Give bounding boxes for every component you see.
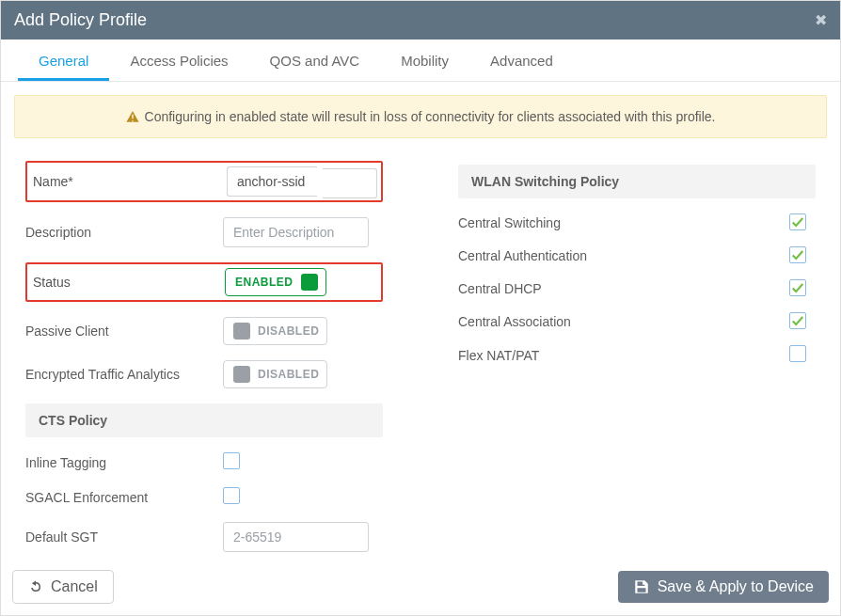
eta-toggle[interactable]: DISABLED (223, 360, 327, 388)
row-default-sgt: Default SGT (25, 522, 383, 552)
central-dhcp-checkbox[interactable] (789, 279, 806, 296)
tab-access-policies[interactable]: Access Policies (109, 39, 248, 81)
flex-nat-pat-checkbox[interactable] (789, 345, 806, 362)
row-sgacl: SGACL Enforcement (25, 487, 383, 507)
warning-text: Configuring in enabled state will result… (145, 109, 716, 124)
central-switching-label: Central Switching (458, 215, 665, 230)
central-association-checkbox[interactable] (789, 312, 806, 329)
row-inline-tagging: Inline Tagging (25, 452, 383, 472)
central-authentication-checkbox[interactable] (789, 246, 806, 263)
save-apply-button[interactable]: Save & Apply to Device (618, 571, 829, 603)
tabs: General Access Policies QOS and AVC Mobi… (1, 39, 840, 82)
central-association-label: Central Association (458, 314, 665, 329)
cancel-button-label: Cancel (51, 578, 98, 595)
central-authentication-label: Central Authentication (458, 248, 665, 263)
row-central-authentication: Central Authentication (458, 246, 816, 264)
sgacl-label: SGACL Enforcement (25, 490, 223, 505)
eta-label: Encrypted Traffic Analytics (25, 367, 223, 382)
save-icon (633, 578, 650, 595)
save-apply-button-label: Save & Apply to Device (658, 578, 814, 595)
undo-icon (28, 579, 43, 594)
tab-advanced[interactable]: Advanced (469, 39, 574, 81)
passive-client-toggle[interactable]: DISABLED (223, 317, 327, 345)
highlight-status: Status ENABLED (25, 262, 383, 302)
central-switching-checkbox[interactable] (789, 213, 806, 230)
wlan-switching-header: WLAN Switching Policy (458, 165, 816, 198)
central-dhcp-label: Central DHCP (458, 281, 665, 296)
titlebar: Add Policy Profile ✖ (1, 1, 840, 39)
body: Configuring in enabled state will result… (1, 82, 840, 561)
passive-client-toggle-text: DISABLED (258, 324, 319, 338)
toggle-knob-icon (301, 274, 318, 291)
tab-qos-avc[interactable]: QOS and AVC (249, 39, 381, 81)
tab-mobility[interactable]: Mobility (380, 39, 469, 81)
toggle-knob-icon (233, 366, 250, 383)
warning-icon (126, 110, 139, 123)
description-input[interactable] (223, 217, 369, 247)
left-column: Name* Description Status (25, 161, 383, 561)
inline-tagging-label: Inline Tagging (25, 455, 223, 470)
name-label: Name* (33, 174, 225, 189)
cts-policy-header: CTS Policy (25, 403, 383, 437)
row-description: Description (25, 217, 383, 247)
eta-toggle-text: DISABLED (258, 368, 319, 381)
right-column: WLAN Switching Policy Central Switching … (458, 161, 816, 561)
name-input[interactable] (227, 166, 317, 197)
footer: Cancel Save & Apply to Device (1, 561, 840, 615)
passive-client-label: Passive Client (25, 324, 223, 339)
cancel-button[interactable]: Cancel (12, 570, 114, 604)
close-icon[interactable]: ✖ (815, 11, 827, 29)
inline-tagging-checkbox[interactable] (223, 452, 240, 469)
status-label: Status (33, 275, 225, 290)
status-toggle-text: ENABLED (235, 276, 294, 289)
flex-nat-pat-label: Flex NAT/PAT (458, 348, 665, 363)
row-passive-client: Passive Client DISABLED (25, 317, 383, 345)
modal: Add Policy Profile ✖ General Access Poli… (0, 0, 841, 616)
sgacl-checkbox[interactable] (223, 487, 240, 504)
description-label: Description (25, 225, 223, 240)
row-central-switching: Central Switching (458, 213, 816, 231)
default-sgt-label: Default SGT (25, 529, 223, 545)
toggle-knob-icon (233, 323, 250, 340)
row-eta: Encrypted Traffic Analytics DISABLED (25, 360, 383, 388)
tab-general[interactable]: General (18, 39, 109, 81)
default-sgt-input[interactable] (223, 522, 369, 552)
row-flex-nat-pat: Flex NAT/PAT (458, 345, 816, 365)
row-central-association: Central Association (458, 312, 816, 330)
warning-alert: Configuring in enabled state will result… (14, 95, 827, 138)
status-toggle[interactable]: ENABLED (225, 268, 326, 296)
row-central-dhcp: Central DHCP (458, 279, 816, 297)
modal-title: Add Policy Profile (14, 10, 147, 30)
